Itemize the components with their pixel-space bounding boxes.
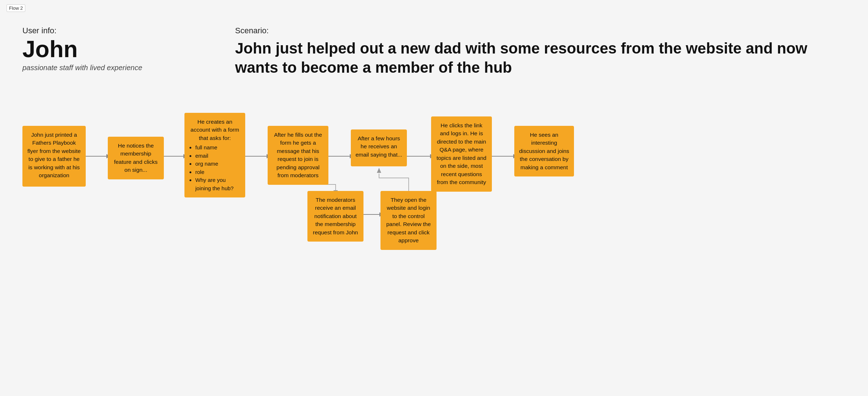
flow-box-3-item-2: email [195, 152, 241, 160]
svg-marker-15 [377, 168, 381, 173]
flow-box-3: He creates an account with a form that a… [184, 113, 245, 197]
flow-box-3-list: full name email org name role Why are yo… [189, 144, 241, 192]
flow-box-5-text: After a few hours he receives an email s… [356, 135, 402, 158]
scenario-section: Scenario: John just helped out a new dad… [235, 26, 846, 77]
flow-box-7-text: He sees an interesting discussion and jo… [519, 132, 569, 170]
flow-box-3-item-4: role [195, 168, 241, 176]
flow-box-3-item-3: org name [195, 160, 241, 168]
user-info-section: User info: John passionate staff with li… [22, 26, 142, 72]
user-tagline: passionate staff with lived experience [22, 64, 142, 72]
flow-box-3-intro: He creates an account with a form that a… [189, 118, 241, 142]
flow-box-6: He clicks the link and logs in. He is di… [431, 116, 492, 192]
flow-box-5: After a few hours he receives an email s… [351, 129, 407, 166]
user-name: John [22, 38, 142, 61]
flow-box-2-text: He notices the membership feature and cl… [114, 142, 158, 173]
flow-box-9: They open the website and login to the c… [380, 191, 437, 250]
flow-box-8: The moderators receive an email notifica… [307, 191, 363, 242]
flow-box-1: John just printed a Fathers Playbook fly… [22, 126, 86, 187]
flow-box-4: After he fills out the form he gets a me… [268, 126, 328, 185]
flow-box-7: He sees an interesting discussion and jo… [514, 126, 574, 176]
flow-box-9-text: They open the website and login to the c… [386, 197, 431, 243]
flow-area: John just printed a Fathers Playbook fly… [0, 108, 868, 396]
flow-box-2: He notices the membership feature and cl… [108, 137, 164, 179]
flow-box-6-text: He clicks the link and logs in. He is di… [437, 122, 486, 185]
scenario-label: Scenario: [235, 26, 846, 35]
flow-box-8-text: The moderators receive an email notifica… [313, 197, 358, 235]
flow-box-4-text: After he fills out the form he gets a me… [274, 132, 322, 178]
flow-label: Flow 2 [7, 4, 25, 12]
scenario-text: John just helped out a new dad with some… [235, 39, 843, 77]
flow-box-3-item-1: full name [195, 144, 241, 152]
flow-box-1-text: John just printed a Fathers Playbook fly… [27, 132, 81, 178]
user-info-label: User info: [22, 26, 142, 35]
flow-box-3-item-5: Why are you joining the hub? [195, 176, 241, 192]
